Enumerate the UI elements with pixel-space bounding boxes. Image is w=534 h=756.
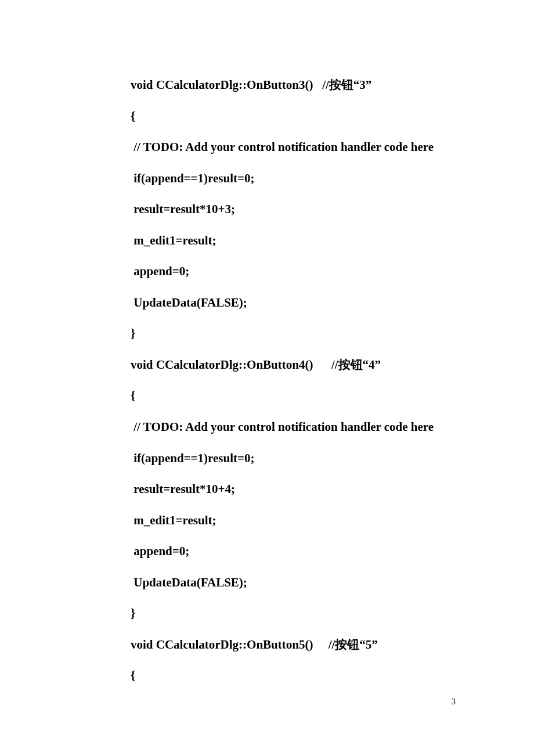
document-page: void CCalculatorDlg::OnButton3() //按钮“3”… (0, 0, 534, 756)
code-line: void CCalculatorDlg::OnButton4() //按钮“4” (131, 350, 456, 381)
code-line: { (131, 380, 456, 412)
code-line: { (131, 660, 456, 692)
code-line: UpdateData(FALSE); (131, 567, 456, 599)
code-line: append=0; (131, 256, 456, 287)
code-line: result=result*10+4; (131, 474, 456, 505)
code-line: } (131, 318, 456, 350)
code-line: // TODO: Add your control notification h… (131, 412, 456, 443)
code-line: if(append==1)result=0; (131, 163, 456, 195)
code-line: append=0; (131, 536, 456, 567)
code-line: UpdateData(FALSE); (131, 287, 456, 319)
code-line: // TODO: Add your control notification h… (131, 132, 456, 163)
code-line: void CCalculatorDlg::OnButton3() //按钮“3” (131, 70, 456, 101)
code-line: void CCalculatorDlg::OnButton5() //按钮“5” (131, 629, 456, 661)
code-line: m_edit1=result; (131, 225, 456, 257)
code-line: result=result*10+3; (131, 194, 456, 225)
code-line: if(append==1)result=0; (131, 443, 456, 474)
page-number: 3 (452, 697, 456, 707)
code-line: { (131, 101, 456, 132)
code-block: void CCalculatorDlg::OnButton3() //按钮“3”… (131, 70, 456, 692)
code-line: } (131, 598, 456, 629)
code-line: m_edit1=result; (131, 505, 456, 537)
